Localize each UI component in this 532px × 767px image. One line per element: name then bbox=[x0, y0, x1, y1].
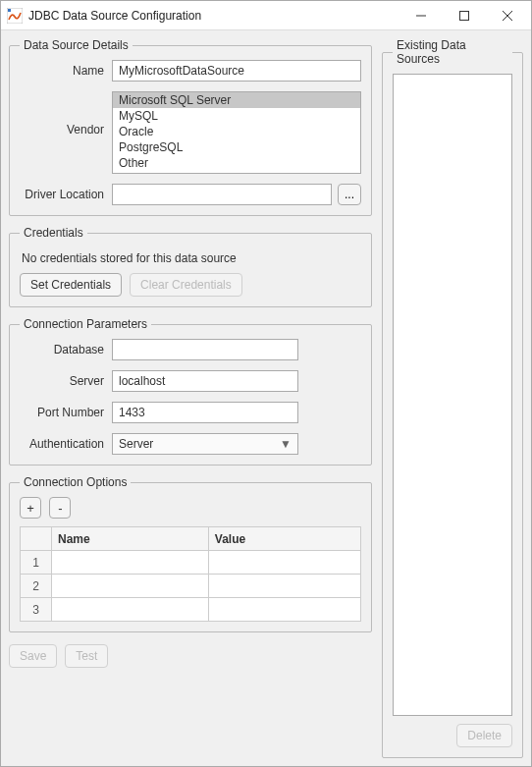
browse-button[interactable]: ... bbox=[338, 184, 361, 205]
option-value-cell[interactable] bbox=[208, 551, 360, 575]
window-title: JDBC Data Source Configuration bbox=[28, 9, 399, 23]
chevron-down-icon: ▼ bbox=[280, 437, 292, 451]
vendor-option[interactable]: MySQL bbox=[113, 108, 360, 124]
app-icon bbox=[7, 8, 23, 24]
row-index: 3 bbox=[21, 598, 52, 622]
vendor-list[interactable]: Microsoft SQL ServerMySQLOraclePostgreSQ… bbox=[112, 91, 361, 174]
svg-rect-1 bbox=[8, 9, 11, 12]
option-name-cell[interactable] bbox=[52, 551, 209, 575]
options-name-header: Name bbox=[52, 527, 209, 551]
auth-value: Server bbox=[119, 437, 153, 451]
connection-parameters-panel: Connection Parameters Database Server Po… bbox=[9, 317, 372, 466]
vendor-option[interactable]: Microsoft SQL Server bbox=[113, 92, 360, 108]
close-button[interactable] bbox=[486, 2, 529, 29]
option-value-cell[interactable] bbox=[208, 575, 360, 598]
remove-option-button[interactable]: - bbox=[49, 497, 71, 519]
option-name-cell[interactable] bbox=[52, 598, 209, 622]
database-input[interactable] bbox=[112, 339, 298, 360]
add-option-button[interactable]: + bbox=[20, 497, 41, 519]
options-corner-header bbox=[21, 527, 52, 551]
details-legend: Data Source Details bbox=[20, 38, 133, 52]
options-value-header: Value bbox=[208, 527, 360, 551]
options-legend: Connection Options bbox=[20, 475, 131, 489]
credentials-panel: Credentials No credentials stored for th… bbox=[9, 226, 372, 307]
vendor-option[interactable]: PostgreSQL bbox=[113, 139, 360, 155]
vendor-label: Vendor bbox=[20, 91, 112, 137]
table-row: 2 bbox=[21, 575, 361, 598]
existing-legend: Existing Data Sources bbox=[393, 38, 512, 66]
driver-location-label: Driver Location bbox=[20, 188, 112, 201]
auth-select[interactable]: Server ▼ bbox=[112, 433, 298, 455]
database-label: Database bbox=[20, 343, 112, 356]
server-label: Server bbox=[20, 374, 112, 388]
option-value-cell[interactable] bbox=[208, 598, 360, 622]
row-index: 2 bbox=[21, 575, 52, 598]
options-table: Name Value 123 bbox=[20, 526, 361, 622]
vendor-option[interactable]: Other bbox=[113, 155, 360, 171]
existing-list[interactable] bbox=[393, 74, 512, 716]
credentials-message: No credentials stored for this data sour… bbox=[22, 251, 361, 265]
existing-data-sources-panel: Existing Data Sources Delete bbox=[382, 38, 523, 758]
params-legend: Connection Parameters bbox=[20, 317, 151, 331]
clear-credentials-button: Clear Credentials bbox=[130, 273, 242, 297]
driver-location-input[interactable] bbox=[112, 184, 332, 205]
maximize-button[interactable] bbox=[443, 2, 486, 29]
title-bar: JDBC Data Source Configuration bbox=[1, 1, 531, 30]
test-button: Test bbox=[65, 644, 108, 668]
auth-label: Authentication bbox=[20, 437, 112, 451]
credentials-legend: Credentials bbox=[20, 226, 87, 240]
set-credentials-button[interactable]: Set Credentials bbox=[20, 273, 122, 297]
table-row: 1 bbox=[21, 551, 361, 575]
name-label: Name bbox=[20, 64, 112, 78]
vendor-option[interactable]: Oracle bbox=[113, 124, 360, 139]
port-label: Port Number bbox=[20, 406, 112, 419]
port-input[interactable] bbox=[112, 402, 298, 423]
row-index: 1 bbox=[21, 551, 52, 575]
data-source-details-panel: Data Source Details Name Vendor Microsof… bbox=[9, 38, 372, 216]
option-name-cell[interactable] bbox=[52, 575, 209, 598]
table-row: 3 bbox=[21, 598, 361, 622]
save-button: Save bbox=[9, 644, 57, 668]
server-input[interactable] bbox=[112, 370, 298, 392]
delete-button: Delete bbox=[456, 724, 512, 747]
name-input[interactable] bbox=[112, 60, 361, 82]
connection-options-panel: Connection Options + - Name Value 123 bbox=[9, 475, 372, 632]
svg-rect-3 bbox=[460, 11, 469, 20]
minimize-button[interactable] bbox=[399, 2, 443, 29]
